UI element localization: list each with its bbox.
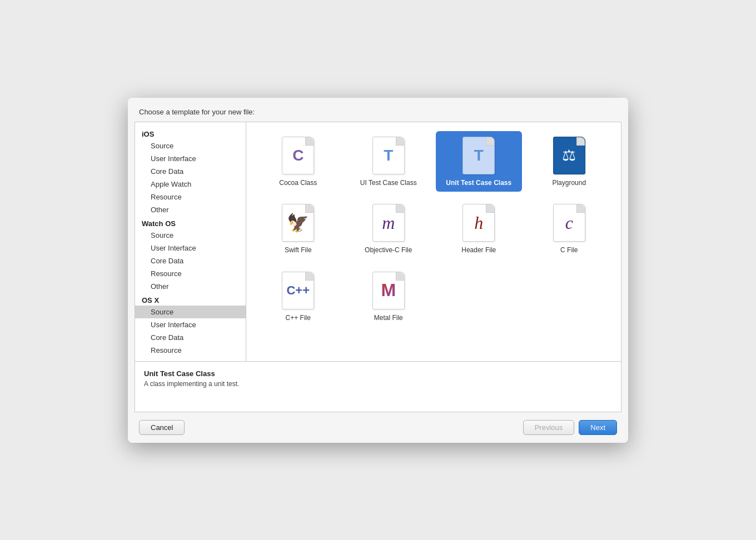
dialog-title: Choose a template for your new file: bbox=[139, 108, 255, 116]
sidebar-item-osx-source[interactable]: Source bbox=[135, 306, 246, 318]
template-playground[interactable]: ⚖ Playground bbox=[526, 131, 613, 192]
sidebar-item-ios-ui[interactable]: User Interface bbox=[135, 152, 246, 165]
dialog-footer: Cancel Previous Next bbox=[128, 412, 628, 443]
dialog-body: iOS Source User Interface Core Data Appl… bbox=[135, 122, 621, 412]
playground-icon: ⚖ bbox=[551, 136, 587, 176]
header-file-icon: h bbox=[461, 203, 496, 243]
sidebar-group-ios: iOS bbox=[135, 127, 246, 139]
next-button[interactable]: Next bbox=[579, 420, 617, 435]
c-file-icon: c bbox=[551, 203, 587, 243]
sidebar: iOS Source User Interface Core Data Appl… bbox=[135, 122, 246, 361]
previous-button[interactable]: Previous bbox=[523, 420, 575, 435]
template-grid-container: C Cocoa Class T UI Test Case Class bbox=[246, 122, 621, 361]
header-file-label: Header File bbox=[461, 246, 496, 255]
c-file-label: C File bbox=[560, 246, 578, 255]
template-ui-test[interactable]: T UI Test Case Class bbox=[346, 131, 432, 192]
sidebar-item-watchos-coredata[interactable]: Core Data bbox=[135, 254, 246, 267]
sidebar-item-watchos-resource[interactable]: Resource bbox=[135, 267, 246, 280]
metal-file-label: Metal File bbox=[374, 314, 403, 323]
template-header-file[interactable]: h Header File bbox=[436, 198, 522, 259]
swift-file-label: Swift File bbox=[285, 246, 312, 255]
template-metal-file[interactable]: M Metal File bbox=[346, 266, 432, 327]
unit-test-icon: T bbox=[461, 136, 496, 176]
sidebar-item-watchos-ui[interactable]: User Interface bbox=[135, 242, 246, 254]
cocoa-class-label: Cocoa Class bbox=[279, 179, 317, 188]
template-unit-test[interactable]: T Unit Test Case Class bbox=[436, 131, 522, 192]
sidebar-item-ios-coredata[interactable]: Core Data bbox=[135, 165, 246, 178]
objc-file-label: Objective-C File bbox=[365, 246, 412, 255]
sidebar-group-osx: OS X bbox=[135, 293, 246, 306]
description-title: Unit Test Case Class bbox=[144, 369, 612, 378]
sidebar-item-ios-other[interactable]: Other bbox=[135, 203, 246, 216]
template-cpp-file[interactable]: C++ C++ File bbox=[255, 266, 341, 327]
cancel-button[interactable]: Cancel bbox=[139, 420, 185, 435]
dialog-header: Choose a template for your new file: bbox=[128, 98, 628, 122]
cpp-file-label: C++ File bbox=[286, 314, 311, 323]
template-swift-file[interactable]: 🦅 Swift File bbox=[255, 198, 341, 259]
sidebar-item-ios-source[interactable]: Source bbox=[135, 139, 246, 152]
unit-test-label: Unit Test Case Class bbox=[446, 179, 511, 188]
sidebar-item-watchos-source[interactable]: Source bbox=[135, 229, 246, 242]
objc-file-icon: m bbox=[371, 203, 406, 243]
template-c-file[interactable]: c C File bbox=[526, 198, 613, 259]
description-area: Unit Test Case Class A class implementin… bbox=[135, 362, 621, 412]
footer-right-buttons: Previous Next bbox=[523, 420, 617, 435]
sidebar-item-ios-resource[interactable]: Resource bbox=[135, 191, 246, 203]
sidebar-item-osx-ui[interactable]: User Interface bbox=[135, 318, 246, 331]
dialog-main: iOS Source User Interface Core Data Appl… bbox=[135, 122, 621, 362]
template-grid: C Cocoa Class T UI Test Case Class bbox=[255, 131, 612, 332]
sidebar-item-ios-watch[interactable]: Apple Watch bbox=[135, 178, 246, 191]
metal-file-icon: M bbox=[371, 271, 406, 311]
template-cocoa-class[interactable]: C Cocoa Class bbox=[255, 131, 341, 192]
cpp-file-icon: C++ bbox=[280, 271, 316, 311]
sidebar-item-osx-resource[interactable]: Resource bbox=[135, 344, 246, 357]
ui-test-label: UI Test Case Class bbox=[360, 179, 417, 188]
sidebar-item-osx-coredata[interactable]: Core Data bbox=[135, 331, 246, 344]
sidebar-group-watchos: Watch OS bbox=[135, 216, 246, 229]
cocoa-class-icon: C bbox=[280, 136, 316, 176]
template-dialog: Choose a template for your new file: iOS… bbox=[128, 98, 628, 443]
template-objc-file[interactable]: m Objective-C File bbox=[346, 198, 432, 259]
sidebar-item-watchos-other[interactable]: Other bbox=[135, 280, 246, 293]
swift-file-icon: 🦅 bbox=[280, 203, 316, 243]
description-text: A class implementing a unit test. bbox=[144, 380, 612, 388]
playground-label: Playground bbox=[552, 179, 586, 188]
ui-test-icon: T bbox=[371, 136, 406, 176]
